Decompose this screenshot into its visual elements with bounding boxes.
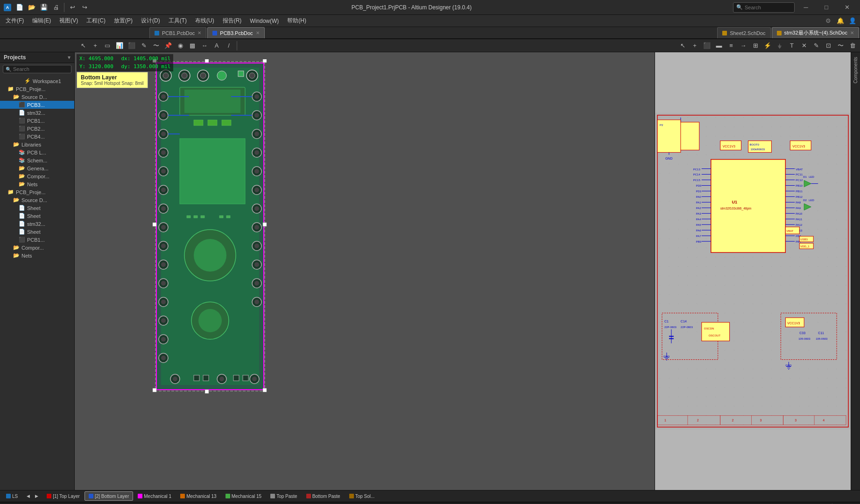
rtab-sheet2[interactable]: Sheet2.SchDoc xyxy=(717,27,770,38)
minimize-btn[interactable]: ─ xyxy=(797,0,815,15)
layer-ls[interactable]: LS xyxy=(2,491,22,501)
search-wrap[interactable]: 🔍 xyxy=(3,65,71,73)
maximize-btn[interactable]: □ xyxy=(817,0,836,15)
sch-bus[interactable]: ▬ xyxy=(713,40,725,51)
fill-tool[interactable]: ▩ xyxy=(187,40,198,51)
tree-item-pcb3[interactable]: ⬛PCB3... xyxy=(0,101,74,109)
sch-wire[interactable]: ⬛ xyxy=(701,40,712,51)
tab-pcb1-close[interactable]: ✕ xyxy=(197,30,201,35)
layer-next[interactable]: ▶ xyxy=(33,492,40,500)
sch-comp[interactable]: ⊞ xyxy=(750,40,761,51)
pad-tool[interactable]: ◉ xyxy=(175,40,186,51)
close-btn[interactable]: ✕ xyxy=(838,0,856,15)
tree-item-source-d1[interactable]: 📂Source D... xyxy=(0,93,74,101)
tree-item-sheet1[interactable]: 📄Sheet xyxy=(0,204,74,212)
sch-port[interactable]: → xyxy=(738,40,749,51)
tab-pcb3-close[interactable]: ✕ xyxy=(256,30,260,35)
layer-top[interactable]: [1] Top Layer xyxy=(42,491,84,501)
pin-tool[interactable]: 📌 xyxy=(162,40,174,51)
tree-item-schem-lib[interactable]: 📚Schem... xyxy=(0,156,74,164)
menu-design[interactable]: 设计(D) xyxy=(137,15,164,26)
search-input[interactable] xyxy=(745,5,791,10)
route-tool[interactable]: ✎ xyxy=(138,40,149,51)
menu-tools[interactable]: 工具(T) xyxy=(165,15,190,26)
layer-m1[interactable]: Mechanical 1 xyxy=(134,491,176,501)
menu-window[interactable]: Window(W) xyxy=(246,16,282,26)
schematic-editor[interactable]: VCC1V3 GND U1 stm32f103c8t6_48pin PC13 xyxy=(655,52,851,490)
tree-item-sheet2[interactable]: 📄Sheet xyxy=(0,212,74,220)
menu-project[interactable]: 工程(C) xyxy=(83,15,109,26)
account-btn[interactable]: 👤 xyxy=(847,15,858,27)
layer-bp[interactable]: Bottom Paste xyxy=(302,491,345,501)
open-btn[interactable]: 📂 xyxy=(26,2,37,13)
tree-item-pcb2[interactable]: ⬛PCB2... xyxy=(0,125,74,133)
sch-net[interactable]: ≡ xyxy=(726,40,737,51)
print-btn[interactable]: 🖨 xyxy=(50,2,62,13)
menu-edit[interactable]: 编辑(E) xyxy=(28,15,55,26)
save-btn[interactable]: 💾 xyxy=(38,2,49,13)
rect-tool[interactable]: ▭ xyxy=(102,40,113,51)
sch-select[interactable]: ↖ xyxy=(677,40,688,51)
tree-item-genera[interactable]: 📂Genera... xyxy=(0,164,74,172)
tab-pcb3[interactable]: PCB3.PcbDoc ✕ xyxy=(207,27,264,38)
menu-help[interactable]: 帮助(H) xyxy=(283,15,310,26)
menu-route[interactable]: 布线(U) xyxy=(191,15,218,26)
wave-tool[interactable]: 〜 xyxy=(150,40,162,51)
pcb-board-svg[interactable] xyxy=(147,59,273,395)
menu-report[interactable]: 报告(R) xyxy=(219,15,246,26)
projects-search-input[interactable] xyxy=(13,66,60,72)
tree-item-comp1[interactable]: 📂Compor... xyxy=(0,172,74,180)
tree-item-source-d2[interactable]: 📂Source D... xyxy=(0,196,74,204)
sch-pwr[interactable]: ⚡ xyxy=(762,40,773,51)
sch-cross[interactable]: ✕ xyxy=(798,40,810,51)
tree-item-pcb-proj2[interactable]: 📁PCB_Proje... xyxy=(0,188,74,196)
redo-btn[interactable]: ↪ xyxy=(79,2,90,13)
import-tool[interactable]: ⬛ xyxy=(126,40,137,51)
sch-label[interactable]: T xyxy=(786,40,797,51)
tree-item-stm32-1[interactable]: 📄stm32... xyxy=(0,109,74,117)
sch-edit[interactable]: ✎ xyxy=(811,40,822,51)
tree-item-pcb4[interactable]: ⬛PCB4... xyxy=(0,133,74,140)
sch-gnd[interactable]: ⏚ xyxy=(774,40,785,51)
pcb-editor[interactable]: X: 4695.000 dx: 1405.000 mil Y: 3120.000… xyxy=(75,52,655,490)
sch-route[interactable]: 〜 xyxy=(835,40,846,51)
layer-ts[interactable]: Top Sol... xyxy=(345,491,379,501)
tree-item-comp2[interactable]: 📂Compor... xyxy=(0,244,74,252)
sch-tools2[interactable]: ⊡ xyxy=(823,40,834,51)
layer-bottom[interactable]: [2] Bottom Layer xyxy=(85,491,133,501)
tree-item-pcb-proj1[interactable]: 📁PCB_Proje... xyxy=(0,85,74,93)
tree-item-pcb1[interactable]: ⬛PCB1... xyxy=(0,117,74,125)
projects-collapse-btn[interactable]: ▾ xyxy=(68,54,70,61)
tree-item-stm32-2[interactable]: 📄stm32... xyxy=(0,220,74,228)
title-search[interactable]: 🔍 xyxy=(733,2,795,13)
tab-pcb1[interactable]: PCB1.PcbDoc ✕ xyxy=(149,27,206,38)
layer-m13[interactable]: Mechanical 13 xyxy=(176,491,220,501)
tree-item-workspace1[interactable]: ⚡Workspace1 xyxy=(0,77,74,85)
layer-tp[interactable]: Top Paste xyxy=(266,491,301,501)
rtab-stm32[interactable]: stm32最小系统~(4).SchDoc ✕ xyxy=(772,27,859,38)
tree-item-nets2[interactable]: 📂Nets xyxy=(0,252,74,259)
sch-delete[interactable]: 🗑 xyxy=(847,40,858,51)
add-tool[interactable]: + xyxy=(90,40,101,51)
tree-item-nets1[interactable]: 📂Nets xyxy=(0,180,74,188)
tree-item-pcb-lib[interactable]: 📚PCB L... xyxy=(0,148,74,156)
menu-view[interactable]: 视图(V) xyxy=(56,15,82,26)
text-tool[interactable]: A xyxy=(211,40,222,51)
components-panel-label[interactable]: Components xyxy=(852,54,859,86)
menu-place[interactable]: 放置(P) xyxy=(110,15,136,26)
tree-item-pcb1-2[interactable]: ⬛PCB1... xyxy=(0,236,74,244)
tree-item-sheet3[interactable]: 📄Sheet xyxy=(0,228,74,236)
menu-file[interactable]: 文件(F) xyxy=(2,15,28,26)
rtab-stm32-close[interactable]: ✕ xyxy=(850,30,854,35)
tree-item-libraries[interactable]: 📂Libraries xyxy=(0,140,74,148)
chart-tool[interactable]: 📊 xyxy=(114,40,125,51)
line-tool[interactable]: / xyxy=(223,40,234,51)
layer-prev[interactable]: ◀ xyxy=(24,492,32,500)
sch-add[interactable]: + xyxy=(689,40,700,51)
dim-tool[interactable]: ↔ xyxy=(199,40,210,51)
settings-btn[interactable]: ⚙ xyxy=(823,15,834,27)
new-btn[interactable]: 📄 xyxy=(14,2,25,13)
layer-m15[interactable]: Mechanical 15 xyxy=(221,491,266,501)
select-tool[interactable]: ↖ xyxy=(78,40,89,51)
undo-btn[interactable]: ↩ xyxy=(67,2,78,13)
